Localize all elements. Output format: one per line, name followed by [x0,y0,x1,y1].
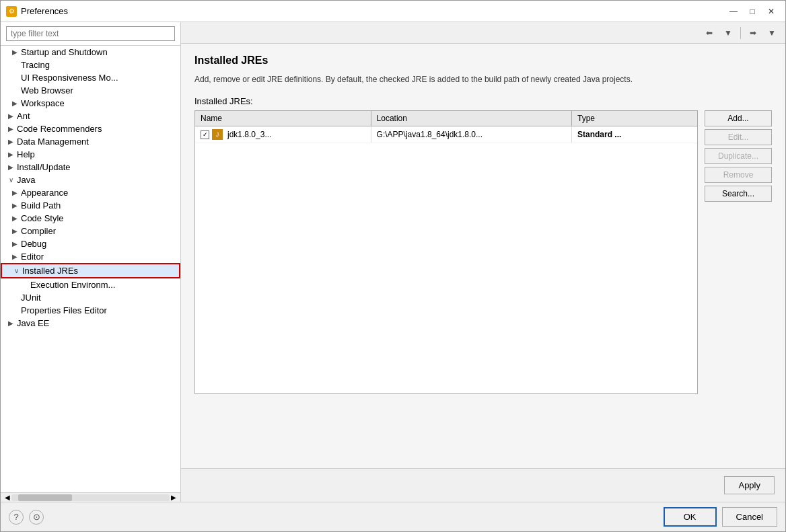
sidebar-item-code-recommenders[interactable]: ▶Code Recommenders [1,122,180,135]
sidebar-search-area [1,22,180,46]
maximize-button[interactable]: □ [744,5,761,18]
sidebar-label-ant: Ant [17,111,30,121]
toggle-installed-jres[interactable]: ∨ [11,267,21,274]
toggle-code-style[interactable]: ▶ [10,215,20,222]
cancel-button[interactable]: Cancel [722,507,777,527]
toggle-debug[interactable]: ▶ [10,240,20,248]
back-button[interactable]: ⬅ [701,26,717,40]
search-button[interactable]: Search... [705,186,772,202]
toggle-compiler[interactable]: ▶ [10,227,20,235]
table-row[interactable]: ✓ J jdk1.8.0_3... G:\APP\java1.8_64\jdk1… [195,126,697,143]
minimize-button[interactable]: — [725,5,742,18]
sidebar-label-debug: Debug [21,239,46,249]
toggle-data-management[interactable]: ▶ [6,138,15,145]
sidebar-label-appearance: Appearance [21,188,68,198]
hscroll-left-button[interactable]: ◀ [3,494,11,501]
forward-button[interactable]: ➡ [745,26,761,40]
cell-location-0: G:\APP\java1.8_64\jdk1.8.0... [371,126,571,143]
sidebar-item-code-style[interactable]: ▶Code Style [1,212,180,225]
sidebar-item-compiler[interactable]: ▶Compiler [1,225,180,237]
sidebar-label-java-ee: Java EE [17,318,49,328]
forward-dropdown-button[interactable]: ▼ [764,26,780,40]
sidebar-item-properties-files-editor[interactable]: Properties Files Editor [1,304,180,317]
app-icon: ⚙ [6,6,17,17]
footer: ? ⊙ OK Cancel [1,502,785,531]
sidebar-label-java: Java [17,175,35,185]
footer-actions: OK Cancel [664,507,777,527]
jre-checkbox-0[interactable]: ✓ [201,130,209,139]
sidebar-item-editor[interactable]: ▶Editor [1,250,180,263]
sidebar-label-editor: Editor [21,252,44,262]
sidebar-item-ant[interactable]: ▶Ant [1,110,180,122]
side-buttons: Add...Edit...Duplicate...RemoveSearch... [705,110,772,394]
sidebar-item-debug[interactable]: ▶Debug [1,237,180,250]
toggle-editor[interactable]: ▶ [10,253,20,260]
dialog-body: ▶Startup and ShutdownTracingUI Responsiv… [1,22,785,502]
sidebar-item-help[interactable]: ▶Help [1,148,180,161]
sidebar-label-properties-files-editor: Properties Files Editor [21,305,107,315]
horizontal-scrollbar[interactable]: ◀ ▶ [1,492,180,502]
toggle-code-recommenders[interactable]: ▶ [6,125,15,132]
toggle-install-update[interactable]: ▶ [6,163,15,171]
main-panel: Installed JREs Add, remove or edit JRE d… [181,44,785,468]
toggle-workspace[interactable]: ▶ [10,100,20,107]
sidebar-item-web-browser[interactable]: Web Browser [1,84,180,97]
sidebar-label-help: Help [17,149,35,159]
sidebar-label-ui-responsiveness: UI Responsiveness Mo... [21,73,118,83]
sidebar-label-compiler: Compiler [21,226,56,236]
table-label: Installed JREs: [194,96,772,106]
jre-table-scroll[interactable]: Name Location Type ✓ J jdk1.8.0_3... [195,111,697,393]
hscroll-right-button[interactable]: ▶ [170,494,178,501]
sidebar-item-tracing[interactable]: Tracing [1,59,180,71]
apply-button[interactable]: Apply [724,476,775,494]
sidebar-item-startup[interactable]: ▶Startup and Shutdown [1,46,180,59]
sidebar-item-installed-jres[interactable]: ∨Installed JREs [1,263,180,278]
col-header-name: Name [195,111,371,126]
toggle-startup[interactable]: ▶ [10,48,20,56]
toggle-appearance[interactable]: ▶ [10,189,20,196]
sidebar-item-install-update[interactable]: ▶Install/Update [1,161,180,174]
jre-table-area: Name Location Type ✓ J jdk1.8.0_3... [194,110,772,394]
sidebar-label-code-recommenders: Code Recommenders [17,124,102,134]
sidebar-label-startup: Startup and Shutdown [21,47,108,57]
sidebar-item-workspace[interactable]: ▶Workspace [1,97,180,110]
toggle-java[interactable]: ∨ [6,176,15,184]
window-controls: — □ ✕ [725,5,780,18]
close-button[interactable]: ✕ [762,5,780,18]
jre-icon: J [212,129,223,140]
sidebar: ▶Startup and ShutdownTracingUI Responsiv… [1,22,181,502]
main-content: ⬅ ▼ ➡ ▼ Installed JREs Add, remove or ed… [181,22,785,502]
sidebar-item-ui-responsiveness[interactable]: UI Responsiveness Mo... [1,71,180,84]
sidebar-label-workspace: Workspace [21,98,65,108]
sidebar-item-build-path[interactable]: ▶Build Path [1,199,180,212]
toggle-build-path[interactable]: ▶ [10,202,20,209]
sidebar-label-install-update: Install/Update [17,162,71,172]
add-button[interactable]: Add... [705,110,772,126]
toggle-java-ee[interactable]: ▶ [6,319,15,327]
sidebar-item-junit[interactable]: JUnit [1,291,180,304]
hscroll-thumb[interactable] [18,494,72,501]
preferences-dialog: ⚙ Preferences — □ ✕ ▶Startup and Shutdow… [0,0,786,532]
ok-button[interactable]: OK [664,507,717,527]
sidebar-label-data-management: Data Management [17,137,89,147]
sidebar-item-data-management[interactable]: ▶Data Management [1,135,180,148]
sidebar-item-java[interactable]: ∨Java [1,174,180,186]
sidebar-item-appearance[interactable]: ▶Appearance [1,186,180,199]
search-input[interactable] [6,26,175,41]
help-button[interactable]: ? [9,510,24,525]
sidebar-label-tracing: Tracing [21,60,50,70]
footer-icons: ? ⊙ [9,510,664,525]
sidebar-item-java-ee[interactable]: ▶Java EE [1,317,180,330]
toolbar-separator [740,27,741,39]
back-dropdown-button[interactable]: ▼ [720,26,736,40]
title-bar: ⚙ Preferences — □ ✕ [1,1,785,22]
link-button[interactable]: ⊙ [29,510,44,525]
col-header-location: Location [371,111,571,126]
col-header-type: Type [571,111,697,126]
panel-description: Add, remove or edit JRE definitions. By … [194,73,772,85]
sidebar-label-build-path: Build Path [21,200,61,211]
sidebar-item-execution-environments[interactable]: Execution Environm... [1,278,180,291]
edit-button: Edit... [705,129,772,145]
toggle-ant[interactable]: ▶ [6,112,15,120]
toggle-help[interactable]: ▶ [6,151,15,158]
